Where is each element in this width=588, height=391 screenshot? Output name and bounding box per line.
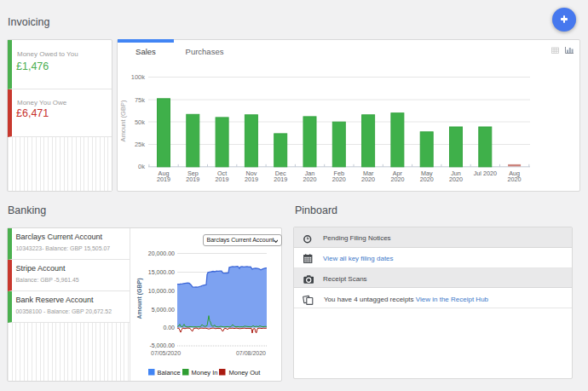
svg-text:25k: 25k [135,141,145,148]
svg-text:5,000.00: 5,000.00 [152,307,175,313]
svg-text:2020: 2020 [420,175,434,183]
svg-text:10,000.00: 10,000.00 [148,288,175,294]
svg-text:20,000.00: 20,000.00 [148,250,175,256]
svg-text:Jul 2020: Jul 2020 [474,170,497,177]
svg-text:2019: 2019 [274,175,287,183]
svg-text:0k: 0k [138,163,145,170]
svg-text:2019: 2019 [157,175,170,183]
svg-text:2019: 2019 [245,175,258,183]
svg-text:2019: 2019 [186,175,199,183]
svg-text:0.00: 0.00 [163,325,175,331]
svg-text:15,000.00: 15,000.00 [148,269,175,275]
svg-text:Money Out: Money Out [229,369,262,377]
svg-text:2020: 2020 [332,175,346,183]
svg-text:Amount (GBP): Amount (GBP) [119,100,127,141]
svg-text:100k: 100k [131,73,146,81]
svg-text:2020: 2020 [390,175,404,183]
svg-text:50k: 50k [135,118,145,126]
svg-text:Money In: Money In [192,369,218,377]
svg-text:07/08/2020: 07/08/2020 [236,350,266,356]
svg-text:75k: 75k [135,96,145,104]
svg-text:Amount (GBP): Amount (GBP) [136,278,143,319]
svg-text:2020: 2020 [303,175,317,183]
svg-text:07/05/2020: 07/05/2020 [151,350,181,356]
svg-text:-5,000.00: -5,000.00 [149,342,175,348]
svg-text:2020: 2020 [508,175,522,183]
svg-text:2020: 2020 [361,175,375,183]
svg-text:Balance: Balance [158,369,181,377]
svg-text:2020: 2020 [449,175,463,183]
svg-text:2019: 2019 [216,175,229,183]
